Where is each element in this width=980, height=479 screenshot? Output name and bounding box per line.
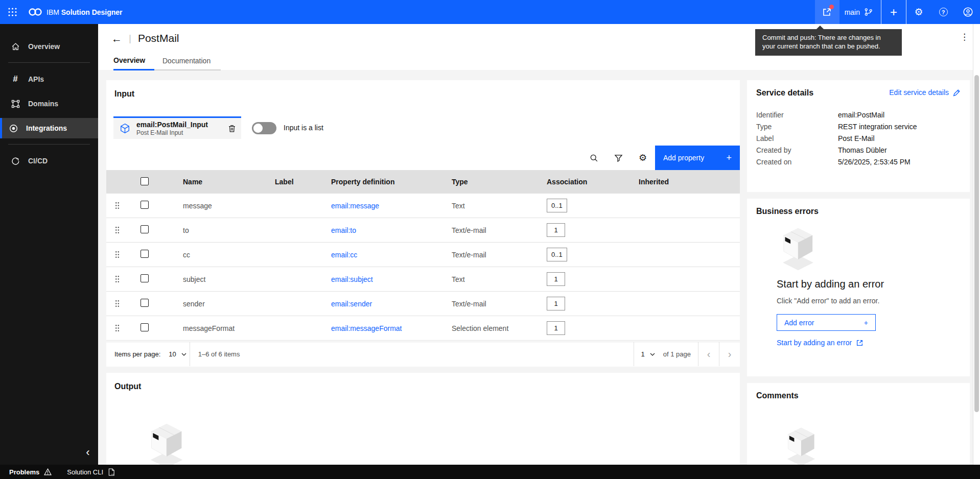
overflow-menu-button[interactable]: ⋮: [960, 32, 969, 42]
association-input[interactable]: 0..1: [547, 248, 567, 261]
search-icon: [590, 154, 598, 162]
commit-push-button[interactable]: [815, 0, 839, 24]
properties-table: Name Label Property definition Type Asso…: [106, 170, 740, 341]
table-search-button[interactable]: [581, 146, 606, 170]
brand-title: IBM Solution Designer: [46, 8, 123, 16]
create-new-button[interactable]: +: [881, 0, 906, 24]
association-input[interactable]: 1: [547, 321, 565, 335]
sidebar-item-label: Domains: [28, 100, 58, 108]
property-definition-link[interactable]: email:cc: [331, 251, 357, 259]
property-definition-link[interactable]: email:to: [331, 226, 356, 234]
column-header-association[interactable]: Association: [547, 178, 639, 186]
drag-handle[interactable]: [106, 300, 128, 307]
input-type-card[interactable]: email:PostMail_Input Post E-Mail Input: [113, 116, 241, 139]
row-checkbox[interactable]: [141, 274, 149, 282]
input-is-list-toggle[interactable]: [252, 122, 276, 134]
comments-title: Comments: [756, 391, 799, 400]
drag-handle[interactable]: [106, 202, 128, 209]
solution-cli-label: Solution CLI: [67, 468, 103, 476]
association-input[interactable]: 1: [547, 297, 565, 310]
solution-cli-button[interactable]: Solution CLI: [67, 468, 115, 476]
row-checkbox[interactable]: [141, 250, 149, 258]
scrollbar-thumb[interactable]: [974, 75, 979, 412]
previous-page-button[interactable]: ‹: [698, 342, 719, 366]
back-button[interactable]: ←: [111, 33, 122, 44]
input-type-description: Post E-Mail Input: [136, 129, 208, 136]
cell-name: to: [183, 226, 275, 234]
help-button[interactable]: ?: [931, 0, 955, 24]
service-detail-value: Post E-Mail: [838, 134, 875, 142]
column-header-name[interactable]: Name: [183, 178, 275, 186]
add-property-label: Add property: [663, 154, 704, 162]
next-page-button[interactable]: ›: [719, 342, 740, 366]
association-input[interactable]: 1: [547, 272, 565, 286]
column-header-type[interactable]: Type: [452, 178, 547, 186]
brand: IBM Solution Designer: [29, 8, 123, 16]
table-row[interactable]: sender email:sender Text/e-mail 1: [106, 292, 740, 316]
row-checkbox[interactable]: [141, 201, 149, 209]
chevron-right-icon: ›: [728, 348, 732, 360]
sidebar-item-apis[interactable]: # APIs: [0, 69, 98, 89]
branch-name: main: [845, 8, 860, 16]
sidebar-item-domains[interactable]: Domains: [0, 93, 98, 114]
property-definition-link[interactable]: email:messageFormat: [331, 324, 402, 332]
sidebar-collapse-button[interactable]: ‹: [80, 444, 96, 461]
items-per-page-value: 10: [169, 350, 176, 358]
items-range-label: 1–6 of 6 items: [190, 350, 240, 358]
property-definition-link[interactable]: email:sender: [331, 300, 372, 308]
column-header-inherited[interactable]: Inherited: [639, 178, 740, 186]
items-per-page-select[interactable]: 10: [166, 350, 189, 358]
delete-input-button[interactable]: [228, 124, 236, 133]
settings-button[interactable]: ⚙: [906, 0, 931, 24]
drag-handle[interactable]: [106, 324, 128, 332]
drag-handle[interactable]: [106, 226, 128, 234]
business-errors-section: Business errors Start by adding an error…: [747, 199, 970, 376]
problems-panel-button[interactable]: Problems: [9, 468, 52, 476]
select-all-checkbox[interactable]: [141, 177, 149, 185]
bottom-status-bar: Problems Solution CLI: [0, 465, 980, 479]
user-avatar-icon: [963, 7, 973, 17]
table-filter-button[interactable]: [606, 146, 631, 170]
row-checkbox[interactable]: [141, 299, 149, 307]
problems-label: Problems: [9, 468, 39, 476]
add-error-button[interactable]: Add error +: [777, 314, 876, 331]
table-settings-button[interactable]: ⚙: [631, 146, 655, 170]
drag-handle[interactable]: [106, 275, 128, 283]
tab-overview[interactable]: Overview: [113, 52, 154, 70]
sidebar-item-integrations[interactable]: Integrations: [0, 118, 98, 138]
page-number-select[interactable]: 1: [634, 350, 662, 358]
association-input[interactable]: 1: [547, 223, 565, 237]
table-row[interactable]: subject email:subject Text 1: [106, 267, 740, 292]
column-header-label[interactable]: Label: [275, 178, 331, 186]
sidebar-item-overview[interactable]: Overview: [0, 36, 98, 57]
app-switcher-icon[interactable]: [0, 0, 25, 24]
row-checkbox[interactable]: [141, 323, 149, 331]
table-row[interactable]: messageFormat email:messageFormat Select…: [106, 316, 740, 341]
drag-handle[interactable]: [106, 251, 128, 258]
branch-indicator[interactable]: main: [839, 0, 881, 24]
table-row[interactable]: message email:message Text 0..1: [106, 194, 740, 218]
edit-service-details-button[interactable]: Edit service details: [889, 88, 961, 97]
association-input[interactable]: 0..1: [547, 199, 567, 212]
business-errors-empty-title: Start by adding an error: [777, 278, 884, 290]
table-row[interactable]: cc email:cc Text/e-mail 0..1: [106, 243, 740, 267]
column-header-property-definition[interactable]: Property definition: [331, 178, 452, 186]
edit-service-details-label: Edit service details: [889, 88, 949, 97]
user-profile-button[interactable]: [955, 0, 980, 24]
cell-type: Text: [452, 275, 547, 283]
page-head: ← | PostMail: [111, 30, 179, 47]
sidebar-item-cicd[interactable]: CI/CD: [0, 151, 98, 171]
row-checkbox[interactable]: [141, 225, 149, 233]
tab-documentation[interactable]: Documentation: [154, 53, 221, 70]
property-definition-link[interactable]: email:message: [331, 202, 379, 210]
table-row[interactable]: to email:to Text/e-mail 1: [106, 218, 740, 243]
add-error-link-label: Start by adding an error: [777, 339, 852, 347]
add-property-button[interactable]: Add property +: [655, 146, 740, 170]
add-error-link[interactable]: Start by adding an error: [777, 339, 863, 347]
script-file-icon: [108, 468, 115, 476]
property-definition-link[interactable]: email:subject: [331, 275, 373, 283]
tooltip-text: Commit and push: There are changes in yo…: [762, 34, 881, 50]
page-scrollbar[interactable]: [973, 24, 980, 479]
chevron-left-icon: ‹: [86, 446, 89, 459]
service-detail-row: Created on 5/26/2025, 2:53:45 PM: [756, 158, 961, 166]
